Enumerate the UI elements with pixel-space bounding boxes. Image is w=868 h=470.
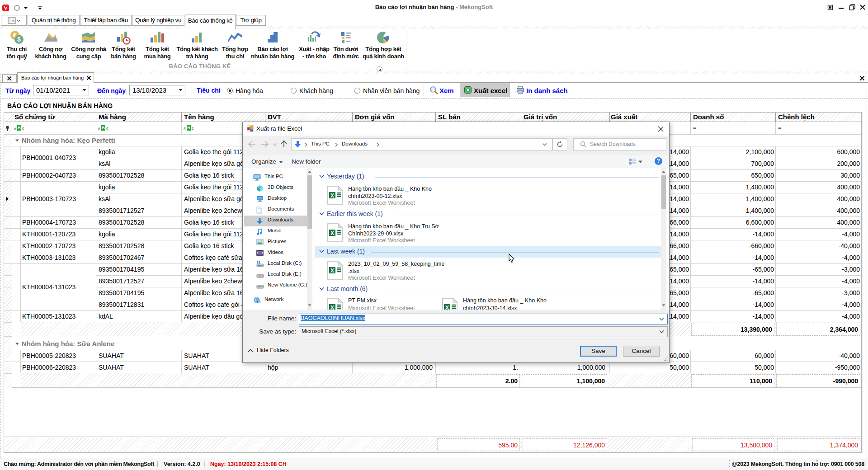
svg-text:X: X [330, 268, 334, 274]
svg-text:X: X [445, 305, 449, 310]
svg-text:X: X [330, 305, 334, 310]
svg-text:X: X [330, 230, 334, 236]
svg-text:X: X [330, 193, 334, 199]
svg-text:$: $ [17, 36, 21, 43]
